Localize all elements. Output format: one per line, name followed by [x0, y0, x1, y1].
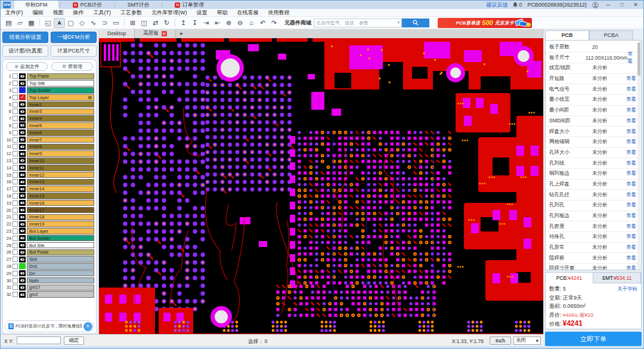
to-top-icon[interactable]: ↥	[178, 18, 189, 28]
layer-row[interactable]: 26Bot Paste	[5, 249, 94, 256]
about-link[interactable]: 关于华秋	[617, 285, 637, 294]
layer-name[interactable]: Inner4	[27, 115, 94, 122]
layer-row[interactable]: 3Top Solder	[5, 87, 94, 94]
layer-checkbox[interactable]	[13, 186, 18, 192]
layer-row[interactable]: 30Npth	[5, 277, 94, 284]
menu-item-9[interactable]: 帮助	[212, 9, 233, 17]
save-icon[interactable]: ▤	[3, 18, 14, 28]
layer-name[interactable]: Top Paste	[27, 73, 94, 80]
layer-row[interactable]: 23Bot Layer	[5, 228, 94, 235]
layer-visibility-eye-icon[interactable]	[19, 214, 26, 220]
layer-name[interactable]: Npth	[27, 277, 94, 284]
add-file-button[interactable]: ⊕追加文件	[6, 62, 48, 71]
view-link[interactable]: 查看	[626, 118, 636, 125]
layer-visibility-eye-icon[interactable]	[19, 221, 26, 227]
layer-row[interactable]: 14Inner11	[5, 164, 94, 171]
layer-name[interactable]: gm17	[27, 285, 94, 291]
menu-item-8[interactable]: 设置	[192, 9, 212, 17]
layer-checkbox[interactable]	[13, 172, 18, 178]
layer-name[interactable]: Drl1	[27, 263, 94, 270]
layer-name[interactable]: Inner10	[27, 157, 94, 164]
xy-input[interactable]	[17, 336, 61, 344]
layer-name[interactable]: Bot Silk	[27, 242, 94, 249]
layer-manage-button[interactable]: ⚙层管理	[51, 62, 93, 71]
assembly-analysis-settings-button[interactable]: 组装分析设置	[2, 32, 48, 43]
layer-checkbox[interactable]	[13, 292, 18, 297]
redo-icon[interactable]: ↷	[268, 18, 280, 28]
layer-visibility-eye-icon[interactable]	[19, 151, 26, 157]
layer-name[interactable]: Bot Solder	[27, 235, 94, 242]
app-tab-2[interactable]: HPCB计价	[62, 1, 113, 9]
layer-visibility-eye-icon[interactable]	[19, 235, 26, 241]
tab-close-icon[interactable]: ✕	[162, 31, 167, 36]
layer-row[interactable]: 32gm2	[5, 291, 94, 298]
layer-row[interactable]: 25Bot Silk	[5, 242, 94, 249]
layer-row[interactable]: 7Inner4	[5, 115, 94, 122]
price-tab-smt[interactable]: SMT:¥534.11	[593, 273, 641, 283]
layer-row[interactable]: 5Inner2	[5, 101, 94, 108]
menu-item-1[interactable]: 文件(F)	[1, 9, 28, 17]
layer-row[interactable]: 11Inner8	[5, 143, 94, 150]
layer-name[interactable]: Slot	[27, 256, 94, 262]
layer-name[interactable]: Inner14	[27, 186, 94, 192]
price-tab-pcb[interactable]: PCB:¥4241	[546, 273, 593, 283]
pad-right-icon[interactable]: ⇤	[212, 18, 223, 28]
zoom-in-icon[interactable]: ⊕	[223, 18, 234, 28]
view-link[interactable]: 查看	[626, 223, 636, 230]
layer-row[interactable]: 12Inner9	[5, 150, 94, 157]
to-bottom-icon[interactable]: ↧	[189, 18, 200, 28]
lasso-select-icon[interactable]: ◇	[76, 18, 88, 28]
menu-item-7[interactable]: 元件库管理(W)	[147, 9, 192, 17]
view-link[interactable]: 查看	[626, 244, 636, 251]
layer-row[interactable]: 19Inner16	[5, 199, 94, 206]
layer-name[interactable]: Top Solder	[27, 87, 94, 94]
layer-expand-icon[interactable]: ⊞	[88, 95, 92, 100]
layer-visibility-eye-icon[interactable]	[19, 101, 26, 107]
open-icon[interactable]: ▱	[14, 18, 26, 28]
layer-visibility-eye-icon[interactable]	[19, 277, 26, 283]
layer-color-swatch[interactable]	[19, 263, 26, 269]
layer-row[interactable]: 31gm17	[5, 284, 94, 291]
undo-icon[interactable]: ↶	[257, 18, 268, 28]
layer-row[interactable]: 1Top Paste	[5, 73, 94, 80]
new-tab-button[interactable]: +	[176, 29, 187, 38]
layer-name[interactable]: Inner17	[27, 207, 94, 214]
minimize-button[interactable]: ─	[604, 2, 612, 8]
layer-name[interactable]: Inner2	[27, 101, 94, 108]
layer-name[interactable]: Inner7	[27, 137, 94, 143]
whitepaper-promo[interactable]: PCB封装设计白皮书，限时免费领取 »	[5, 320, 94, 332]
layer-visibility-eye-icon[interactable]	[19, 207, 26, 213]
pcb-canvas[interactable]	[99, 38, 544, 334]
layer-checkbox[interactable]	[13, 81, 18, 86]
view-link[interactable]: 查看	[626, 107, 636, 114]
layer-checkbox[interactable]	[13, 200, 18, 206]
layer-checkbox[interactable]	[13, 228, 18, 234]
app-tab-3[interactable]: SMT计价	[117, 1, 160, 9]
calc-pcb-size-button[interactable]: 计算PCB尺寸	[51, 45, 97, 57]
menu-item-3[interactable]: 视图	[48, 9, 69, 17]
panelize-icon[interactable]: ⊞	[127, 18, 138, 28]
layer-checkbox[interactable]	[13, 137, 18, 143]
unit-button[interactable]: Inch	[490, 336, 511, 345]
layer-checkbox[interactable]	[13, 116, 18, 121]
layer-checkbox[interactable]	[13, 271, 18, 276]
layer-row[interactable]: 20Inner17	[5, 206, 94, 214]
close-button[interactable]: ✕	[631, 2, 640, 8]
layer-row[interactable]: 24Bot Solder	[5, 234, 94, 242]
move-icon[interactable]: ⇄	[150, 18, 161, 28]
home-icon[interactable]: ⌂	[246, 18, 257, 28]
layer-name[interactable]: Drl	[27, 270, 94, 277]
layer-checkbox[interactable]	[13, 109, 18, 114]
search-button[interactable]	[402, 18, 429, 27]
layer-name[interactable]: Inner8	[27, 144, 94, 150]
layer-name[interactable]: Inner19	[27, 221, 94, 227]
layer-visibility-eye-icon[interactable]	[19, 179, 26, 185]
menu-item-6[interactable]: 工艺参数	[116, 9, 147, 17]
snap-dropdown[interactable]: 关闭▾	[513, 336, 541, 345]
layer-checkbox[interactable]	[13, 243, 18, 248]
layer-row[interactable]: 28Drl1	[5, 263, 94, 270]
layer-visibility-eye-icon[interactable]	[19, 109, 26, 115]
layer-checkbox[interactable]	[13, 249, 18, 255]
layer-visibility-eye-icon[interactable]	[19, 285, 26, 291]
layer-checkbox[interactable]	[13, 236, 18, 241]
